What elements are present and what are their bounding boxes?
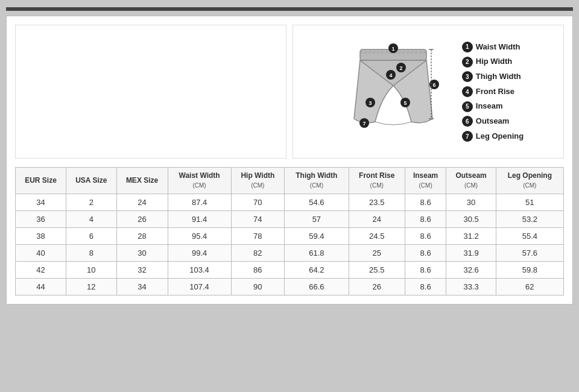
legend-num: 2 xyxy=(462,57,473,68)
table-cell: 86 xyxy=(231,262,284,279)
svg-text:6: 6 xyxy=(432,82,435,88)
table-cell: 38 xyxy=(16,228,66,245)
legend-item: 5Inseam xyxy=(462,99,524,114)
main-card: 1 2 3 4 5 6 xyxy=(6,16,573,305)
table-cell: 12 xyxy=(66,279,116,296)
table-cell: 8.6 xyxy=(405,211,446,228)
legend-label: Front Rise xyxy=(476,84,514,100)
svg-text:7: 7 xyxy=(362,121,365,127)
table-cell: 59.4 xyxy=(285,228,349,245)
table-cell: 26 xyxy=(116,211,168,228)
table-cell: 62 xyxy=(496,279,563,296)
description-box xyxy=(15,25,286,159)
table-cell: 24.5 xyxy=(349,228,405,245)
table-header: Waist Width(CM) xyxy=(168,168,231,194)
table-cell: 30 xyxy=(116,245,168,262)
legend-item: 1Waist Width xyxy=(462,40,524,55)
legend-label: Waist Width xyxy=(476,40,520,55)
legend-item: 7Leg Opening xyxy=(462,129,524,144)
table-cell: 34 xyxy=(116,279,168,296)
table-cell: 82 xyxy=(231,245,284,262)
table-cell: 31.9 xyxy=(446,245,496,262)
table-cell: 53.2 xyxy=(496,211,563,228)
size-table: EUR SizeUSA SizeMEX SizeWaist Width(CM)H… xyxy=(15,167,564,296)
table-row: 3642691.47457248.630.553.2 xyxy=(16,211,564,228)
legend-num: 6 xyxy=(462,116,473,127)
top-section: 1 2 3 4 5 6 xyxy=(15,25,564,159)
table-cell: 26 xyxy=(349,279,405,296)
svg-text:3: 3 xyxy=(369,100,372,106)
table-cell: 66.6 xyxy=(285,279,349,296)
table-cell: 4 xyxy=(66,211,116,228)
table-cell: 23.5 xyxy=(349,194,405,211)
shorts-diagram: 1 2 3 4 5 6 xyxy=(333,31,454,152)
table-header: EUR Size xyxy=(16,168,66,194)
table-cell: 34 xyxy=(16,194,66,211)
legend-item: 6Outseam xyxy=(462,114,524,129)
table-cell: 57.6 xyxy=(496,245,563,262)
table-row: 3422487.47054.623.58.63051 xyxy=(16,194,564,211)
table-header: Hip Width(CM) xyxy=(231,168,284,194)
legend-num: 3 xyxy=(462,71,473,82)
size-info-bar xyxy=(6,7,573,11)
table-cell: 78 xyxy=(231,228,284,245)
svg-text:1: 1 xyxy=(391,46,394,52)
legend-label: Leg Opening xyxy=(476,129,524,144)
table-cell: 90 xyxy=(231,279,284,296)
legend: 1Waist Width2Hip Width3Thigh Width4Front… xyxy=(462,40,524,144)
table-cell: 10 xyxy=(66,262,116,279)
table-header: Outseam(CM) xyxy=(446,168,496,194)
table-cell: 8 xyxy=(66,245,116,262)
table-cell: 70 xyxy=(231,194,284,211)
legend-item: 4Front Rise xyxy=(462,84,524,100)
legend-label: Hip Width xyxy=(476,54,513,69)
svg-text:2: 2 xyxy=(399,65,402,71)
legend-label: Outseam xyxy=(476,114,510,129)
table-header: Inseam(CM) xyxy=(405,168,446,194)
table-cell: 8.6 xyxy=(405,228,446,245)
table-cell: 33.3 xyxy=(446,279,496,296)
table-cell: 64.2 xyxy=(285,262,349,279)
legend-num: 1 xyxy=(462,42,473,52)
table-cell: 30 xyxy=(446,194,496,211)
table-cell: 59.8 xyxy=(496,262,563,279)
table-row: 441234107.49066.6268.633.362 xyxy=(16,279,564,296)
table-header: Leg Opening(CM) xyxy=(496,168,563,194)
table-cell: 57 xyxy=(285,211,349,228)
table-cell: 8.6 xyxy=(405,279,446,296)
legend-label: Thigh Width xyxy=(476,69,521,84)
table-cell: 61.8 xyxy=(285,245,349,262)
table-cell: 44 xyxy=(16,279,66,296)
table-header: Thigh Width(CM) xyxy=(285,168,349,194)
table-cell: 24 xyxy=(116,194,168,211)
table-cell: 74 xyxy=(231,211,284,228)
table-cell: 32 xyxy=(116,262,168,279)
legend-item: 3Thigh Width xyxy=(462,69,524,84)
table-cell: 54.6 xyxy=(285,194,349,211)
table-header: Front Rise(CM) xyxy=(349,168,405,194)
table-cell: 95.4 xyxy=(168,228,231,245)
table-header: MEX Size xyxy=(116,168,168,194)
table-cell: 2 xyxy=(66,194,116,211)
table-cell: 91.4 xyxy=(168,211,231,228)
table-row: 3862895.47859.424.58.631.255.4 xyxy=(16,228,564,245)
table-header: USA Size xyxy=(66,168,116,194)
svg-text:5: 5 xyxy=(403,100,407,106)
table-cell: 51 xyxy=(496,194,563,211)
legend-num: 4 xyxy=(462,86,473,97)
table-row: 4083099.48261.8258.631.957.6 xyxy=(16,245,564,262)
table-row: 421032103.48664.225.58.632.659.8 xyxy=(16,262,564,279)
table-cell: 6 xyxy=(66,228,116,245)
table-cell: 25 xyxy=(349,245,405,262)
table-cell: 25.5 xyxy=(349,262,405,279)
table-cell: 55.4 xyxy=(496,228,563,245)
table-cell: 8.6 xyxy=(405,262,446,279)
table-cell: 28 xyxy=(116,228,168,245)
svg-text:4: 4 xyxy=(389,72,392,78)
legend-num: 5 xyxy=(462,101,473,112)
table-cell: 36 xyxy=(16,211,66,228)
legend-item: 2Hip Width xyxy=(462,54,524,69)
legend-num: 7 xyxy=(462,131,473,142)
table-cell: 8.6 xyxy=(405,194,446,211)
table-cell: 42 xyxy=(16,262,66,279)
